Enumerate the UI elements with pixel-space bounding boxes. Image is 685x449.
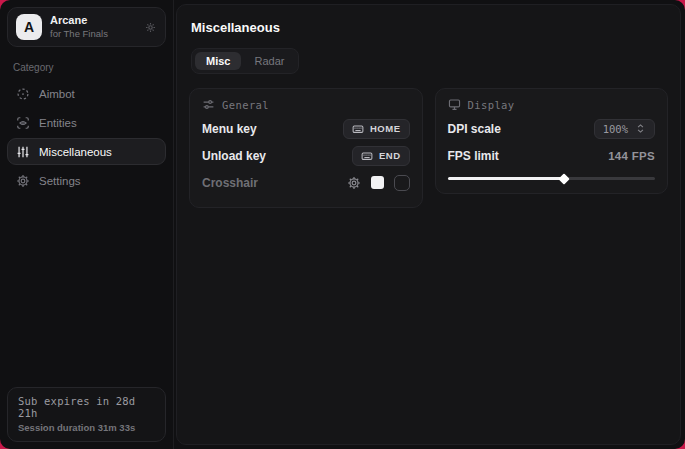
fps-limit-row: FPS limit 144 FPS bbox=[448, 144, 656, 167]
dpi-scale-value: 100% bbox=[603, 123, 628, 135]
cards-row: General Menu key HOME bbox=[189, 88, 668, 208]
app-name: Arcane bbox=[50, 14, 136, 28]
tab-group: Misc Radar bbox=[191, 48, 299, 74]
fps-slider-thumb[interactable] bbox=[558, 173, 569, 184]
chevrons-up-down-icon bbox=[635, 123, 646, 134]
app-window: A Arcane for The Finals Category bbox=[0, 0, 685, 449]
sub-expires-text: Sub expires in 28d 21h bbox=[18, 395, 155, 419]
app-subtitle: for The Finals bbox=[50, 28, 136, 40]
menu-key-bind-button[interactable]: HOME bbox=[343, 119, 410, 139]
app-logo: A bbox=[16, 14, 42, 40]
crosshair-settings-gear-icon[interactable] bbox=[347, 176, 361, 190]
dpi-scale-select[interactable]: 100% bbox=[594, 119, 655, 139]
unload-key-label: Unload key bbox=[202, 149, 266, 163]
menu-key-row: Menu key HOME bbox=[202, 117, 410, 140]
fps-slider-fill bbox=[448, 177, 562, 180]
crosshair-color-swatch[interactable] bbox=[371, 176, 384, 189]
keyboard-icon bbox=[352, 123, 364, 135]
keyboard-icon bbox=[361, 150, 373, 162]
brand-card: A Arcane for The Finals bbox=[7, 7, 166, 47]
session-duration-text: Session duration 31m 33s bbox=[18, 422, 155, 433]
display-card-title: Display bbox=[468, 99, 515, 111]
menu-key-value: HOME bbox=[370, 123, 401, 134]
display-card-header: Display bbox=[448, 98, 656, 111]
sidebar-item-label: Miscellaneous bbox=[39, 146, 112, 158]
sidebar-item-aimbot[interactable]: Aimbot bbox=[7, 80, 166, 107]
menu-key-label: Menu key bbox=[202, 122, 257, 136]
sidebar-item-label: Entities bbox=[39, 117, 77, 129]
entities-icon bbox=[16, 116, 30, 130]
category-label: Category bbox=[13, 62, 160, 73]
sidebar-item-label: Aimbot bbox=[39, 88, 75, 100]
crosshair-controls bbox=[347, 175, 410, 191]
general-card: General Menu key HOME bbox=[189, 88, 423, 208]
subscription-status-card: Sub expires in 28d 21h Session duration … bbox=[7, 387, 166, 442]
general-card-header: General bbox=[202, 98, 410, 111]
crosshair-row: Crosshair bbox=[202, 171, 410, 194]
tab-misc[interactable]: Misc bbox=[195, 52, 241, 70]
page-title: Miscellaneous bbox=[191, 20, 668, 35]
fps-limit-slider[interactable] bbox=[448, 177, 656, 180]
sidebar-item-label: Settings bbox=[39, 175, 81, 187]
display-card: Display DPI scale 100% FPS limit bbox=[435, 88, 669, 194]
sidebar-spacer bbox=[7, 194, 166, 387]
sync-gear-icon[interactable] bbox=[144, 21, 157, 34]
sidebar-item-miscellaneous[interactable]: Miscellaneous bbox=[7, 138, 166, 165]
dpi-scale-label: DPI scale bbox=[448, 122, 501, 136]
sidebar-nav: Aimbot Entities bbox=[7, 80, 166, 194]
unload-key-row: Unload key END bbox=[202, 144, 410, 167]
tab-radar[interactable]: Radar bbox=[243, 52, 295, 70]
general-card-title: General bbox=[222, 99, 269, 111]
sidebar-item-entities[interactable]: Entities bbox=[7, 109, 166, 136]
sidebar-item-settings[interactable]: Settings bbox=[7, 167, 166, 194]
monitor-icon bbox=[448, 98, 461, 111]
unload-key-value: END bbox=[379, 150, 401, 161]
gear-icon bbox=[16, 174, 30, 188]
dpi-scale-row: DPI scale 100% bbox=[448, 117, 656, 140]
fps-limit-value: 144 FPS bbox=[608, 150, 655, 162]
sliders-horizontal-icon bbox=[202, 98, 215, 111]
fps-limit-label: FPS limit bbox=[448, 149, 499, 163]
crosshair-icon bbox=[16, 87, 30, 101]
sliders-vertical-icon bbox=[16, 145, 30, 159]
main-panel: Miscellaneous Misc Radar General bbox=[176, 4, 681, 445]
unload-key-bind-button[interactable]: END bbox=[352, 146, 410, 166]
crosshair-label: Crosshair bbox=[202, 176, 258, 190]
brand-text: Arcane for The Finals bbox=[50, 14, 136, 40]
crosshair-enabled-checkbox[interactable] bbox=[394, 175, 410, 191]
sidebar: A Arcane for The Finals Category bbox=[0, 0, 174, 449]
